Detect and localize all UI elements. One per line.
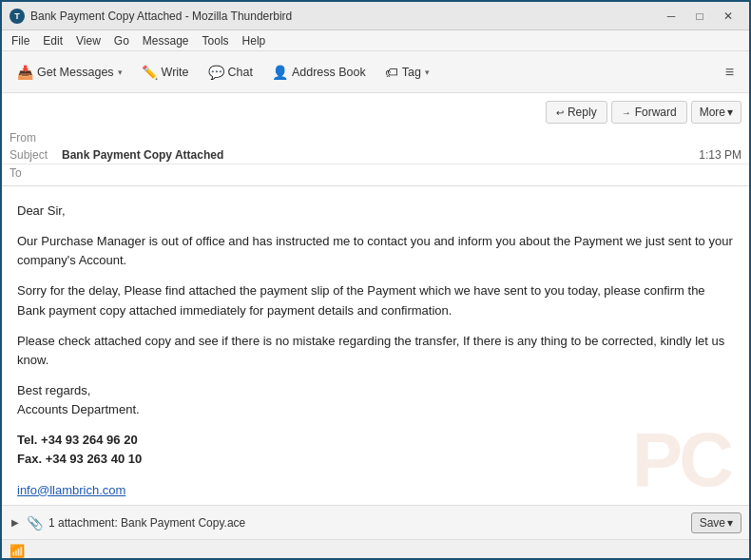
forward-button[interactable]: → Forward [611,101,687,124]
email-body: Dear Sir, Our Purchase Manager is out of… [2,186,749,505]
tag-icon: 🏷 [385,65,398,80]
save-label: Save [700,516,725,530]
maximize-button[interactable]: □ [686,7,713,26]
chat-icon: 💬 [208,65,224,80]
from-field: From [2,129,749,146]
subject-field: Subject Bank Payment Copy Attached 1:13 … [2,146,749,164]
fax-label: Fax. [17,452,42,466]
fax-line: Fax. +34 93 263 40 10 [17,452,142,466]
menu-edit[interactable]: Edit [37,32,68,49]
subject-label: Subject [10,148,62,162]
expand-icon[interactable]: ▶ [10,515,21,530]
main-content: ↩ Reply → Forward More ▾ From Subject Ba… [2,93,749,560]
email-action-bar: ↩ Reply → Forward More ▾ [2,97,749,129]
from-label: From [10,131,62,145]
tel-line: Tel. +34 93 264 96 20 [17,433,138,447]
reply-button[interactable]: ↩ Reply [546,101,607,124]
attachment-bar: ▶ 📎 1 attachment: Bank Payment Copy.ace … [2,505,749,539]
email-link-line: info@llambrich.com [17,481,734,500]
address-book-label: Address Book [292,66,366,79]
tel-value: +34 93 264 96 20 [41,433,138,447]
forward-icon: → [622,107,631,118]
email-link[interactable]: info@llambrich.com [17,483,125,497]
status-icon: 📶 [10,544,25,558]
hamburger-button[interactable]: ≡ [718,59,741,86]
status-bar: 📶 [2,539,749,560]
email-closing: Best regards, Accounts Department. [17,381,734,419]
address-book-button[interactable]: 👤 Address Book [264,60,374,85]
title-bar: T Bank Payment Copy Attached - Mozilla T… [2,2,749,30]
write-label: Write [162,66,189,79]
menu-file[interactable]: File [6,32,35,49]
tag-button[interactable]: 🏷 Tag ▾ [377,60,437,85]
write-button[interactable]: ✏️ Write [134,60,197,85]
tag-arrow: ▾ [425,68,430,77]
tag-label: Tag [402,66,421,79]
email-body-container: Dear Sir, Our Purchase Manager is out of… [2,186,749,505]
window-controls: ─ □ ✕ [658,7,741,26]
more-button[interactable]: More ▾ [691,101,741,124]
email-paragraph-2: Sorry for the delay, Please find attache… [17,281,734,319]
department: Accounts Department. [17,402,140,416]
menu-bar: File Edit View Go Message Tools Help [2,30,749,51]
more-label: More [700,106,725,119]
menu-tools[interactable]: Tools [197,32,235,49]
forward-label: Forward [635,106,677,119]
email-paragraph-1: Our Purchase Manager is out of office an… [17,232,734,270]
reply-label: Reply [568,106,597,119]
to-label: To [10,166,62,180]
fax-value: +34 93 263 40 10 [46,452,143,466]
window-title: Bank Payment Copy Attached - Mozilla Thu… [30,10,658,23]
email-paragraph-3: Please check attached copy and see if th… [17,332,734,370]
get-messages-label: Get Messages [37,66,114,79]
get-messages-button[interactable]: 📥 Get Messages ▾ [10,60,130,85]
chat-label: Chat [228,66,253,79]
minimize-button[interactable]: ─ [658,7,684,26]
save-button[interactable]: Save ▾ [691,512,741,533]
attachment-text: 1 attachment: Bank Payment Copy.ace [48,516,685,530]
get-messages-arrow: ▾ [118,68,123,77]
to-field: To [2,164,749,182]
reply-icon: ↩ [556,107,564,118]
chat-button[interactable]: 💬 Chat [201,60,260,85]
save-arrow: ▾ [727,516,733,530]
app-icon: T [10,9,25,24]
address-book-icon: 👤 [272,65,288,80]
more-arrow: ▾ [727,106,733,119]
email-time: 1:13 PM [699,148,741,162]
tel-label: Tel. [17,433,37,447]
email-content: Dear Sir, Our Purchase Manager is out of… [17,202,734,500]
close-button[interactable]: ✕ [715,7,741,26]
email-tel: Tel. +34 93 264 96 20 Fax. +34 93 263 40… [17,431,734,469]
write-icon: ✏️ [142,65,158,80]
menu-help[interactable]: Help [237,32,272,49]
email-header: ↩ Reply → Forward More ▾ From Subject Ba… [2,93,749,186]
menu-go[interactable]: Go [108,32,135,49]
attachment-icon: 📎 [27,515,43,531]
subject-value: Bank Payment Copy Attached [62,148,223,162]
toolbar: 📥 Get Messages ▾ ✏️ Write 💬 Chat 👤 Addre… [2,51,749,93]
email-greeting: Dear Sir, [17,202,734,221]
menu-message[interactable]: Message [137,32,195,49]
menu-view[interactable]: View [70,32,106,49]
get-messages-icon: 📥 [17,65,33,80]
